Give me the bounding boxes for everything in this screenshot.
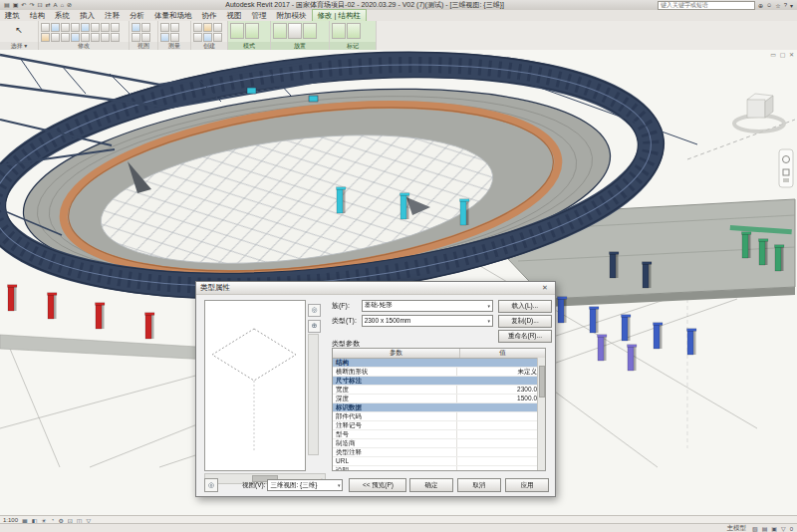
- tab-manage[interactable]: 管理: [247, 10, 272, 21]
- viewcube[interactable]: [734, 94, 784, 132]
- exchange-apps-icon[interactable]: ☆: [775, 2, 780, 9]
- table-row[interactable]: 深度1500.0: [333, 395, 545, 403]
- tool-icon[interactable]: [203, 23, 212, 32]
- tab-addins[interactable]: 附加模块: [272, 10, 312, 21]
- tool-icon[interactable]: [141, 33, 150, 42]
- design-option-label[interactable]: 主模型: [727, 524, 747, 532]
- tab-annotate[interactable]: 注释: [100, 10, 125, 21]
- modify-tool-button[interactable]: ↖: [2, 23, 36, 37]
- type-parameters-table[interactable]: 参数 值 结构 横断面形状未定义 尺寸标注 宽度2300.0 深度1500.0 …: [332, 348, 546, 471]
- preview-toggle-button[interactable]: << 预览(P): [349, 478, 406, 492]
- table-row[interactable]: 型号: [333, 430, 545, 439]
- type-select[interactable]: 2300 x 1500mm ▾: [362, 315, 493, 327]
- open-icon[interactable]: ▤: [4, 1, 10, 9]
- tab-collaborate[interactable]: 协作: [197, 10, 222, 21]
- tool-icon[interactable]: [332, 23, 346, 39]
- preview-view-select[interactable]: 三维视图: {三维} ▾: [267, 479, 343, 491]
- tool-icon[interactable]: [71, 33, 80, 42]
- tool-icon[interactable]: [91, 33, 100, 42]
- table-row[interactable]: 宽度2300.0: [333, 386, 545, 395]
- tab-view[interactable]: 视图: [222, 10, 247, 21]
- rename-button[interactable]: 重命名(R)...: [498, 330, 552, 343]
- tool-icon[interactable]: [160, 23, 169, 32]
- undo-icon[interactable]: ↶: [21, 1, 26, 9]
- tool-icon[interactable]: [51, 23, 60, 32]
- tab-structure[interactable]: 结构: [25, 10, 50, 21]
- tool-icon[interactable]: [61, 33, 70, 42]
- tool-icon[interactable]: [101, 23, 110, 32]
- 3d-view-icon[interactable]: ⌂: [60, 1, 64, 9]
- tool-icon[interactable]: [273, 23, 287, 39]
- tool-icon[interactable]: [230, 23, 244, 39]
- tab-massing-site[interactable]: 体量和场地: [149, 10, 197, 21]
- table-row[interactable]: 注释记号: [333, 421, 545, 430]
- tool-icon[interactable]: [111, 23, 120, 32]
- signin-icon[interactable]: ☺: [766, 2, 772, 8]
- tool-icon[interactable]: [245, 23, 259, 39]
- close-icon[interactable]: ✕: [539, 284, 551, 292]
- tool-icon[interactable]: [170, 23, 179, 32]
- tool-icon[interactable]: [71, 23, 80, 32]
- table-row[interactable]: 制造商: [333, 439, 545, 448]
- panel-select-label[interactable]: 选择 ▾: [0, 42, 38, 50]
- tool-icon[interactable]: [41, 33, 50, 42]
- ok-button[interactable]: 确定: [409, 478, 453, 492]
- tool-icon[interactable]: [193, 23, 202, 32]
- family-select[interactable]: 基础-矩形 ▾: [362, 300, 493, 312]
- tool-icon[interactable]: [288, 23, 302, 39]
- tool-icon[interactable]: [160, 33, 169, 42]
- table-row[interactable]: URL: [333, 457, 545, 466]
- param-column-header[interactable]: 参数: [333, 349, 460, 358]
- table-row[interactable]: 说明: [333, 466, 545, 471]
- tab-systems[interactable]: 系统: [50, 10, 75, 21]
- tool-icon[interactable]: [193, 33, 202, 42]
- apply-button[interactable]: 应用: [505, 478, 549, 492]
- tool-icon[interactable]: [132, 33, 140, 42]
- load-button[interactable]: 载入(L)...: [498, 300, 552, 313]
- tool-icon[interactable]: [303, 23, 317, 39]
- tool-icon[interactable]: [51, 33, 60, 42]
- value-column-header[interactable]: 值: [460, 349, 545, 358]
- duplicate-button[interactable]: 复制(D)...: [498, 315, 552, 328]
- tab-analyze[interactable]: 分析: [125, 10, 149, 21]
- table-row[interactable]: 横断面形状未定义: [333, 368, 545, 377]
- tool-icon[interactable]: [213, 23, 222, 32]
- tool-icon[interactable]: [170, 33, 179, 42]
- tool-icon[interactable]: [213, 33, 222, 42]
- design-options-icon[interactable]: ▤: [762, 525, 768, 532]
- tool-icon[interactable]: [203, 33, 212, 42]
- tool-icon[interactable]: [41, 23, 50, 32]
- navigation-bar[interactable]: [779, 149, 793, 187]
- help-menu-icon[interactable]: ▾: [790, 2, 793, 9]
- preview-pane[interactable]: [204, 300, 306, 471]
- text-icon[interactable]: A: [53, 1, 57, 9]
- tool-icon[interactable]: [141, 23, 150, 32]
- tool-icon[interactable]: [347, 23, 361, 39]
- tool-icon[interactable]: [61, 23, 70, 32]
- table-scrollbar[interactable]: [537, 358, 545, 470]
- filter-icon[interactable]: ▽: [781, 525, 786, 532]
- tool-icon[interactable]: [91, 23, 100, 32]
- zoom-icon[interactable]: ⊕: [308, 320, 321, 333]
- tool-icon[interactable]: [111, 33, 120, 42]
- tool-icon[interactable]: [101, 33, 110, 42]
- tab-modify-contextual[interactable]: 修改 | 结构柱: [312, 9, 368, 21]
- quick-access-toolbar[interactable]: ▤ ▣ ↶ ↷ ⊡ ⇄ A ⌂ ⊘: [0, 1, 72, 9]
- preview-vscrollbar[interactable]: [308, 334, 319, 455]
- worksets-icon[interactable]: ▧: [752, 525, 758, 532]
- measure-icon[interactable]: ⇄: [45, 1, 50, 9]
- table-row[interactable]: 部件代码: [333, 412, 545, 421]
- save-icon[interactable]: ▣: [13, 1, 19, 9]
- tool-icon[interactable]: [81, 33, 90, 42]
- tab-architecture[interactable]: 建筑: [0, 10, 25, 21]
- tab-insert[interactable]: 插入: [75, 10, 100, 21]
- search-go-icon[interactable]: ⊕: [758, 2, 763, 9]
- search-input[interactable]: [658, 1, 755, 10]
- tool-icon[interactable]: [81, 23, 90, 32]
- redo-icon[interactable]: ↷: [29, 1, 34, 9]
- select-toggle-icon[interactable]: ▣: [771, 525, 777, 532]
- cancel-button[interactable]: 取消: [457, 478, 501, 492]
- help-icon[interactable]: ?: [784, 2, 787, 8]
- steering-wheel-icon[interactable]: ◎: [308, 304, 321, 317]
- print-icon[interactable]: ⊡: [37, 1, 42, 9]
